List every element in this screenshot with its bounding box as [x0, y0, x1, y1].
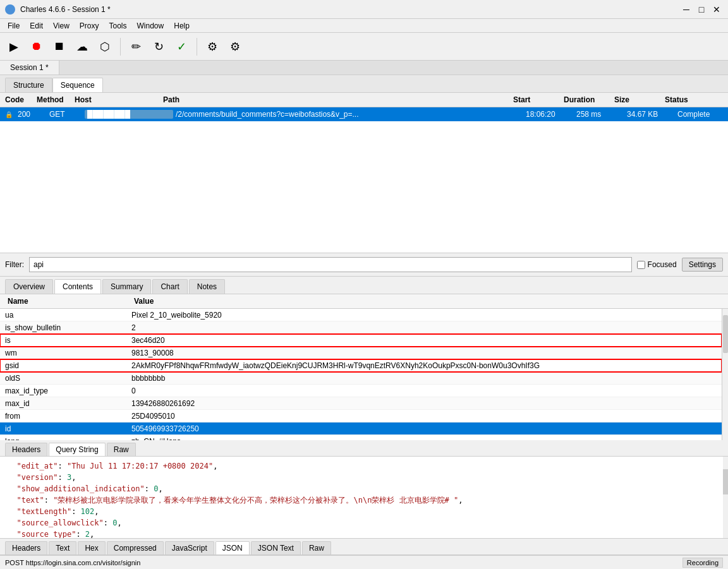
- toolbar-separator: [120, 38, 121, 56]
- titlebar-title: Charles 4.6.6 - Session 1 *: [20, 5, 111, 14]
- json-line: "text": "荣梓杉被北京电影学院录取了，看来今年学生整体文化分不高，荣梓杉…: [8, 494, 720, 506]
- data-table: ua Pixel 2_10_weibolite_5920 is_show_bul…: [0, 309, 722, 440]
- tab-view-hex[interactable]: Hex: [78, 541, 105, 554]
- menu-item-edit[interactable]: Edit: [25, 20, 48, 32]
- param-value: 25D4095010: [126, 411, 722, 421]
- tab-headers[interactable]: Headers: [5, 443, 47, 456]
- settings-filter-button[interactable]: Settings: [682, 258, 723, 272]
- close-button[interactable]: ✕: [710, 3, 723, 16]
- start-button[interactable]: ▶: [4, 37, 24, 57]
- row-method: GET: [47, 109, 85, 119]
- col-method: Method: [34, 94, 72, 105]
- tab-query-string[interactable]: Query String: [49, 443, 105, 456]
- tab-summary[interactable]: Summary: [102, 279, 151, 294]
- record-button[interactable]: ⏺: [27, 37, 47, 57]
- list-item[interactable]: wm 9813_90008: [0, 347, 722, 359]
- json-scrollbar-thumb[interactable]: [723, 469, 728, 494]
- param-value: 2AkMR0yFPf8NhqwFRmfwdyW_iaotwzQDEieKnj9C…: [126, 361, 722, 371]
- list-item[interactable]: ua Pixel 2_10_weibolite_5920: [0, 309, 722, 321]
- json-line: "textLength": 102,: [8, 506, 720, 517]
- tab-view-text[interactable]: Text: [49, 541, 76, 554]
- refresh-button[interactable]: ↻: [149, 37, 169, 57]
- tab-sequence[interactable]: Sequence: [52, 78, 103, 92]
- param-name: max_id: [0, 398, 126, 409]
- list-item[interactable]: max_id 139426880261692: [0, 397, 722, 410]
- data-container: ua Pixel 2_10_weibolite_5920 is_show_bul…: [0, 309, 728, 440]
- param-value: 2: [126, 323, 722, 333]
- list-item[interactable]: is 3ec46d20: [0, 334, 722, 347]
- tab-view-javascript[interactable]: JavaScript: [165, 541, 214, 554]
- menu-item-window[interactable]: Window: [132, 20, 169, 32]
- param-name: wm: [0, 348, 126, 358]
- row-icon: 🔒: [3, 111, 15, 119]
- list-item[interactable]: max_id_type 0: [0, 385, 722, 397]
- row-code: 200: [15, 109, 47, 119]
- menu-item-help[interactable]: Help: [169, 20, 195, 32]
- filter-input[interactable]: [29, 257, 632, 272]
- focused-checkbox[interactable]: [637, 261, 645, 269]
- tab-view-headers[interactable]: Headers: [5, 541, 47, 554]
- param-name: from: [0, 411, 126, 421]
- titlebar-controls: ─ □ ✕: [680, 3, 723, 16]
- settings-button[interactable]: ⚙: [202, 37, 222, 57]
- tab-view-raw[interactable]: Raw: [302, 541, 331, 554]
- param-value: Pixel 2_10_weibolite_5920: [126, 310, 722, 320]
- param-value: 5054969933726250: [126, 424, 722, 434]
- list-item[interactable]: is_show_bulletin 2: [0, 321, 722, 334]
- list-item[interactable]: id 5054969933726250: [0, 422, 722, 435]
- filter-label: Filter:: [5, 260, 24, 269]
- maximize-button[interactable]: □: [695, 3, 708, 16]
- table-row[interactable]: 🔒 200 GET ████████ /2/comments/build_com…: [0, 107, 728, 121]
- stop-button[interactable]: ⏹: [49, 37, 70, 57]
- menu-item-proxy[interactable]: Proxy: [75, 20, 104, 32]
- row-start: 18:06:20: [523, 109, 574, 119]
- tab-view-compressed[interactable]: Compressed: [107, 541, 164, 554]
- main-content: Structure Sequence Code Method Host Path…: [0, 75, 728, 555]
- scrollbar-thumb[interactable]: [723, 315, 728, 353]
- list-item[interactable]: lang zh_CN_#Hans: [0, 435, 722, 440]
- tab-structure[interactable]: Structure: [5, 78, 52, 92]
- scrollbar[interactable]: [722, 309, 728, 440]
- pen-button[interactable]: ✏: [126, 37, 146, 57]
- param-value: 139426880261692: [126, 398, 722, 409]
- list-item[interactable]: oldS bbbbbbbb: [0, 372, 722, 385]
- bottom-tabs: Headers Query String Raw: [0, 440, 728, 457]
- tab-contents[interactable]: Contents: [54, 279, 101, 294]
- col-host: Host: [72, 94, 161, 105]
- col-status: Status: [662, 94, 713, 105]
- col-path: Path: [161, 94, 511, 105]
- tab-view-json-text[interactable]: JSON Text: [251, 541, 301, 554]
- row-path: /2/comments/build_comments?c=weibofastio…: [173, 109, 523, 119]
- row-duration: 258 ms: [574, 109, 624, 119]
- tab-chart[interactable]: Chart: [152, 279, 187, 294]
- list-item[interactable]: gsid 2AkMR0yFPf8NhqwFRmfwdyW_iaotwzQDEie…: [0, 359, 722, 372]
- session-tab-1[interactable]: Session 1 *: [0, 61, 59, 75]
- tab-view-json[interactable]: JSON: [215, 541, 250, 554]
- menu-item-tools[interactable]: Tools: [104, 20, 132, 32]
- param-value: bbbbbbbb: [126, 373, 722, 383]
- tab-overview[interactable]: Overview: [5, 279, 53, 294]
- col-duration: Duration: [561, 94, 612, 105]
- session-tabs: Session 1 *: [0, 61, 728, 75]
- status-recording: Recording: [682, 558, 723, 568]
- minimize-button[interactable]: ─: [680, 3, 693, 16]
- tab-notes[interactable]: Notes: [189, 279, 225, 294]
- json-area: "edit_at": "Thu Jul 11 17:20:17 +0800 20…: [0, 457, 728, 539]
- list-item[interactable]: from 25D4095010: [0, 410, 722, 422]
- param-name: oldS: [0, 373, 126, 383]
- menu-item-view[interactable]: View: [48, 20, 75, 32]
- param-name: is: [0, 335, 126, 345]
- cloud-button[interactable]: ☁: [72, 37, 92, 57]
- col-extra: [713, 94, 725, 105]
- hex-button[interactable]: ⬡: [95, 37, 115, 57]
- param-name: gsid: [0, 361, 126, 371]
- toolbar-separator-2: [197, 38, 197, 56]
- param-name: ua: [0, 310, 126, 320]
- menu-item-file[interactable]: File: [3, 20, 25, 32]
- gear-button[interactable]: ⚙: [225, 37, 245, 57]
- tab-raw[interactable]: Raw: [107, 443, 136, 456]
- row-host: ████████: [85, 110, 173, 119]
- check-button[interactable]: ✓: [171, 37, 191, 57]
- json-scrollbar[interactable]: [723, 457, 728, 538]
- content-tabs: Overview Contents Summary Chart Notes: [0, 277, 728, 294]
